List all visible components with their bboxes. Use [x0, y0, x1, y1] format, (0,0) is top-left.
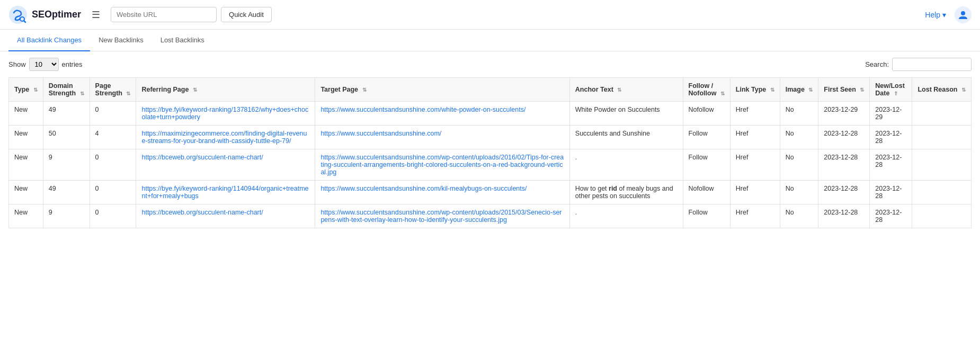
- target-page-cell[interactable]: https://www.succulentsandsunshine.com/wh…: [315, 102, 569, 126]
- table-row: New490https://bye.fyi/keyword-ranking/13…: [9, 102, 972, 126]
- target-page-cell[interactable]: https://www.succulentsandsunshine.com/: [315, 126, 569, 149]
- show-entries-area: Show 10 25 50 100 entries: [8, 58, 83, 71]
- table-cell: No: [780, 126, 818, 149]
- table-cell: [912, 181, 972, 204]
- tab-lost-backlinks[interactable]: Lost Backlinks: [152, 30, 213, 51]
- referring-page-cell[interactable]: https://bceweb.org/succulent-name-chart/: [136, 149, 315, 181]
- col-page-strength[interactable]: PageStrength ⇅: [90, 78, 136, 102]
- anchor-text-cell: How to get rid of mealy bugs and other p…: [569, 181, 683, 204]
- target-page-link[interactable]: https://www.succulentsandsunshine.com/wp…: [320, 154, 564, 176]
- target-page-cell[interactable]: https://www.succulentsandsunshine.com/wp…: [315, 149, 569, 181]
- table-cell: No: [780, 149, 818, 181]
- target-page-link[interactable]: https://www.succulentsandsunshine.com/wh…: [320, 106, 525, 113]
- sort-icon-anchor: ⇅: [617, 87, 621, 93]
- table-cell: 2023-12-29: [870, 102, 912, 126]
- col-anchor-text[interactable]: Anchor Text ⇅: [569, 78, 683, 102]
- table-cell: [912, 102, 972, 126]
- referring-page-link[interactable]: https://bye.fyi/keyword-ranking/1378162/…: [141, 106, 308, 121]
- logo-text: SEOptimer: [32, 9, 81, 20]
- target-page-cell[interactable]: https://www.succulentsandsunshine.com/wp…: [315, 204, 569, 228]
- sort-icon-firstseen: ⇅: [860, 87, 864, 93]
- table-cell: 0: [90, 102, 136, 126]
- svg-line-2: [24, 21, 25, 22]
- table-cell: Href: [730, 102, 780, 126]
- referring-page-link[interactable]: https://maximizingecommerce.com/finding-…: [141, 130, 307, 145]
- sort-icon-type: ⇅: [33, 87, 38, 93]
- table-cell: [912, 149, 972, 181]
- referring-page-cell[interactable]: https://bye.fyi/keyword-ranking/1378162/…: [136, 102, 315, 126]
- table-cell: 49: [43, 102, 90, 126]
- referring-page-link[interactable]: https://bceweb.org/succulent-name-chart/: [141, 209, 263, 216]
- col-new-lost-date[interactable]: New/LostDate ⇑: [870, 78, 912, 102]
- table-cell: No: [780, 204, 818, 228]
- app-header: SEOptimer ☰ Quick Audit Help ▾: [0, 0, 980, 30]
- entries-select[interactable]: 10 25 50 100: [29, 58, 59, 71]
- logo-area: SEOptimer: [8, 5, 81, 24]
- table-cell: Href: [730, 149, 780, 181]
- sort-icon-linktype: ⇅: [770, 87, 774, 93]
- help-button[interactable]: Help ▾: [925, 11, 946, 19]
- col-type[interactable]: Type ⇅: [9, 78, 43, 102]
- show-label: Show: [8, 60, 26, 68]
- table-cell: [912, 126, 972, 149]
- user-avatar[interactable]: [955, 6, 972, 23]
- col-first-seen[interactable]: First Seen ⇅: [818, 78, 870, 102]
- hamburger-button[interactable]: ☰: [87, 7, 104, 23]
- table-cell: Nofollow: [683, 181, 730, 204]
- col-lost-reason[interactable]: Lost Reason ⇅: [912, 78, 972, 102]
- table-cell: 2023-12-28: [870, 149, 912, 181]
- referring-page-cell[interactable]: https://maximizingecommerce.com/finding-…: [136, 126, 315, 149]
- logo-icon: [8, 5, 28, 24]
- tab-all-backlink-changes[interactable]: All Backlink Changes: [8, 30, 90, 51]
- table-cell: [912, 204, 972, 228]
- anchor-text-cell: White Powder on Succulents: [569, 102, 683, 126]
- col-image[interactable]: Image ⇅: [780, 78, 818, 102]
- backlinks-table: Type ⇅ DomainStrength ⇅ PageStrength ⇅ R…: [8, 77, 972, 228]
- table-cell: No: [780, 102, 818, 126]
- target-page-link[interactable]: https://www.succulentsandsunshine.com/: [320, 130, 441, 137]
- quick-audit-button[interactable]: Quick Audit: [221, 7, 272, 22]
- table-cell: 0: [90, 149, 136, 181]
- anchor-text-cell: .: [569, 149, 683, 181]
- col-domain-strength[interactable]: DomainStrength ⇅: [43, 78, 90, 102]
- table-cell: 2023-12-29: [818, 102, 870, 126]
- table-row: New90https://bceweb.org/succulent-name-c…: [9, 204, 972, 228]
- col-follow-nofollow[interactable]: Follow /Nofollow ⇅: [683, 78, 730, 102]
- table-cell: New: [9, 204, 43, 228]
- table-cell: 0: [90, 181, 136, 204]
- table-cell: New: [9, 181, 43, 204]
- col-target-page[interactable]: Target Page ⇅: [315, 78, 569, 102]
- table-cell: New: [9, 102, 43, 126]
- header-right: Help ▾: [925, 6, 972, 23]
- col-link-type[interactable]: Link Type ⇅: [730, 78, 780, 102]
- referring-page-cell[interactable]: https://bye.fyi/keyword-ranking/1140944/…: [136, 181, 315, 204]
- search-area: Search:: [865, 58, 972, 71]
- search-label: Search:: [865, 60, 889, 68]
- referring-page-link[interactable]: https://bye.fyi/keyword-ranking/1140944/…: [141, 185, 308, 200]
- search-input[interactable]: [892, 58, 972, 71]
- table-row: New90https://bceweb.org/succulent-name-c…: [9, 149, 972, 181]
- target-page-link[interactable]: https://www.succulentsandsunshine.com/ki…: [320, 185, 527, 192]
- target-page-link[interactable]: https://www.succulentsandsunshine.com/wp…: [320, 209, 562, 224]
- url-input[interactable]: [111, 7, 217, 22]
- anchor-text-cell: .: [569, 204, 683, 228]
- referring-page-link[interactable]: https://bceweb.org/succulent-name-chart/: [141, 154, 263, 161]
- referring-page-cell[interactable]: https://bceweb.org/succulent-name-chart/: [136, 204, 315, 228]
- sort-icon-image: ⇅: [808, 87, 813, 93]
- col-referring-page[interactable]: Referring Page ⇅: [136, 78, 315, 102]
- table-cell: 2023-12-28: [870, 181, 912, 204]
- table-cell: Follow: [683, 126, 730, 149]
- sort-icon-domain: ⇅: [80, 91, 84, 96]
- sort-icon-referring: ⇅: [193, 87, 197, 93]
- entries-label: entries: [62, 60, 83, 68]
- tabs-bar: All Backlink Changes New Backlinks Lost …: [0, 30, 980, 51]
- tab-new-backlinks[interactable]: New Backlinks: [90, 30, 152, 51]
- table-cell: 9: [43, 149, 90, 181]
- sort-icon-newlost: ⇑: [894, 91, 898, 96]
- table-cell: New: [9, 149, 43, 181]
- anchor-text-cell: Succulents and Sunshine: [569, 126, 683, 149]
- target-page-cell[interactable]: https://www.succulentsandsunshine.com/ki…: [315, 181, 569, 204]
- table-cell: 50: [43, 126, 90, 149]
- table-cell: 9: [43, 204, 90, 228]
- table-cell: 0: [90, 204, 136, 228]
